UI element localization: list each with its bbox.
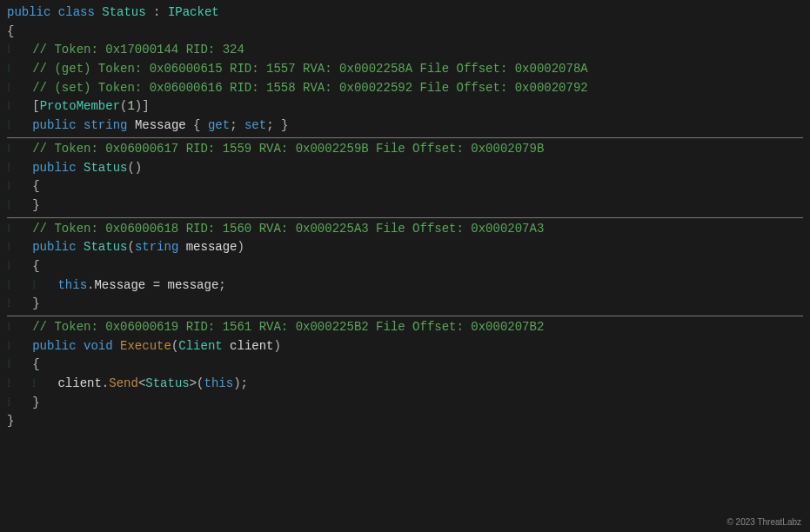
code-line: public class Status : IPacket (7, 3, 803, 23)
code-line: ⁞ } (7, 196, 803, 216)
code-line: } (7, 412, 803, 431)
keyword-class: class (58, 5, 95, 19)
comment: // Token: 0x06000617 RID: 1559 RVA: 0x00… (32, 142, 544, 156)
interface-name: IPacket (168, 5, 219, 19)
code-line: ⁞ public void Execute(Client client) (7, 337, 803, 356)
section-separator (7, 137, 803, 138)
code-line: ⁞ } (7, 394, 803, 413)
code-line: { (7, 23, 803, 42)
code-line: ⁞ // Token: 0x06000617 RID: 1559 RVA: 0x… (7, 140, 803, 159)
code-line: ⁞ { (7, 356, 803, 375)
code-line: ⁞ // Token: 0x06000618 RID: 1560 RVA: 0x… (7, 220, 803, 239)
method-name: Execute (120, 339, 171, 353)
code-editor: public class Status : IPacket { ⁞ // Tok… (0, 0, 810, 532)
constructor-name: Status (84, 161, 127, 175)
comment: // (set) Token: 0x06000616 RID: 1558 RVA… (32, 81, 588, 95)
code-line: ⁞ // Token: 0x06000619 RID: 1561 RVA: 0x… (7, 318, 803, 337)
code-line: ⁞ public Status() (7, 159, 803, 178)
code-line: ⁞ public string Message { get; set; } (7, 116, 803, 136)
code-line: ⁞ // Token: 0x17000144 RID: 324 (7, 41, 803, 60)
param-name: client (230, 339, 273, 353)
code-line: ⁞ // (get) Token: 0x06000615 RID: 1557 R… (7, 60, 803, 79)
code-line: ⁞ public Status(string message) (7, 238, 803, 257)
code-line: ⁞ } (7, 295, 803, 314)
attribute-name: ProtoMember (40, 99, 120, 113)
class-name: Status (102, 5, 145, 19)
section-separator (7, 217, 803, 218)
code-line: ⁞ { (7, 177, 803, 196)
code-line: ⁞ { (7, 257, 803, 276)
copyright-footer: © 2023 ThreatLabz (726, 515, 801, 529)
property-name: Message (135, 118, 186, 132)
code-line: ⁞ ⁞ this.Message = message; (7, 276, 803, 296)
comment: // Token: 0x06000619 RID: 1561 RVA: 0x00… (32, 320, 544, 334)
code-line: ⁞ // (set) Token: 0x06000616 RID: 1558 R… (7, 79, 803, 98)
param-name: message (186, 240, 238, 254)
keyword-public: public (7, 5, 50, 19)
comment: // Token: 0x17000144 RID: 324 (32, 43, 244, 57)
code-line: ⁞ ⁞ client.Send<Status>(this); (7, 375, 803, 394)
comment: // (get) Token: 0x06000615 RID: 1557 RVA… (32, 62, 588, 76)
constructor-name: Status (84, 240, 127, 254)
section-separator (7, 316, 803, 316)
comment: // Token: 0x06000618 RID: 1560 RVA: 0x00… (32, 222, 544, 236)
code-line: ⁞ [ProtoMember(1)] (7, 97, 803, 116)
